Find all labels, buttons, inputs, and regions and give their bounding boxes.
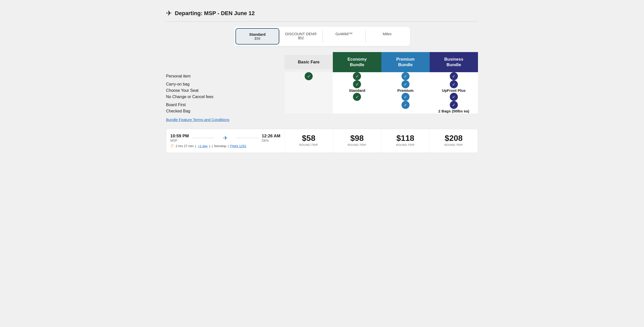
separator: ) xyxy=(209,144,210,148)
feature-checked-bag-label: Checked Bag xyxy=(166,109,285,113)
pipe-2: | xyxy=(228,144,228,148)
feature-carryon-label: Carry-on bag xyxy=(166,80,285,88)
dot-line-left xyxy=(192,138,214,138)
board-first-basic xyxy=(285,101,333,109)
check-icon: ✓ xyxy=(353,72,361,80)
clock-icon: ⏱ xyxy=(170,144,174,148)
checked-bag-business: 2 Bags (50lbs ea) xyxy=(430,109,478,113)
carryon-premium: ✓ xyxy=(381,80,430,88)
checked-bag-business-label: 2 Bags (50lbs ea) xyxy=(438,109,469,113)
check-icon: ✓ xyxy=(401,101,410,109)
feature-board-first-label: Board First xyxy=(166,101,285,109)
flight-number-link[interactable]: Flight 1291 xyxy=(230,144,246,148)
check-icon: ✓ xyxy=(450,72,458,80)
premium-bundle-header: PremiumBundle xyxy=(381,52,430,72)
personal-item-business: ✓ xyxy=(430,72,478,80)
price-business[interactable]: $208 ROUND-TRIP xyxy=(430,129,478,153)
no-change-basic xyxy=(285,93,333,101)
personal-item-premium: ✓ xyxy=(381,72,430,80)
personal-item-economy: ✓ xyxy=(333,72,381,80)
comparison-table: Basic Fare EconomyBundle PremiumBundle B… xyxy=(166,52,478,113)
row-board-first: Board First ✓ ✓ xyxy=(166,101,478,109)
page-container: ✈ Departing: MSP - DEN June 12 Standard … xyxy=(161,0,483,158)
terms-link[interactable]: Bundle Feature Terms and Conditions xyxy=(166,117,229,122)
feature-no-change-label: No Change or Cancel fees xyxy=(166,93,285,101)
page-header: ✈ Departing: MSP - DEN June 12 xyxy=(166,5,478,22)
price-economy-type: ROUND-TRIP xyxy=(336,143,379,146)
row-personal-item: Personal item ✓ ✓ ✓ ✓ xyxy=(166,72,478,80)
price-basic-amount: $58 xyxy=(287,134,330,143)
tab-standard[interactable]: Standard $58 xyxy=(235,28,279,45)
check-icon: ✓ xyxy=(401,80,410,88)
board-first-economy xyxy=(333,101,381,109)
tab-discount-den[interactable]: DISCOUNT DEN® $52 xyxy=(279,28,322,45)
feature-seat-label: Choose Your Seat xyxy=(166,88,285,93)
plus-day: ( xyxy=(195,144,196,148)
tab-discount-den-label: DISCOUNT DEN® xyxy=(282,32,320,36)
carryon-basic xyxy=(285,80,333,88)
tab-miles-label: Miles xyxy=(368,32,406,36)
board-first-business: ✓ xyxy=(430,101,478,109)
price-economy-amount: $98 xyxy=(336,134,379,143)
seat-economy: Standard xyxy=(333,88,381,93)
seat-economy-label: Standard xyxy=(349,88,365,93)
depart-block: 10:59 PM MSP xyxy=(170,134,189,142)
nonstop-text: Nonstop xyxy=(214,144,226,148)
check-icon: ✓ xyxy=(353,93,361,101)
seat-business-label: UpFront Plus xyxy=(442,88,466,93)
price-premium-amount: $118 xyxy=(384,134,427,143)
price-business-type: ROUND-TRIP xyxy=(432,143,475,146)
bundle-header-economy[interactable]: EconomyBundle xyxy=(333,52,381,72)
dot-line-right xyxy=(236,138,259,138)
bundle-header-row: Basic Fare EconomyBundle PremiumBundle B… xyxy=(166,52,478,72)
flight-arrow-line: ✈ xyxy=(192,135,259,141)
bundle-header-business[interactable]: BusinessBundle xyxy=(430,52,478,72)
row-carryon: Carry-on bag ✓ ✓ ✓ xyxy=(166,80,478,88)
carryon-economy: ✓ xyxy=(333,80,381,88)
no-change-premium: ✓ xyxy=(381,93,430,101)
flight-times: 10:59 PM MSP ✈ 12:26 AM DEN xyxy=(170,134,280,142)
price-basic[interactable]: $58 ROUND-TRIP xyxy=(285,129,333,153)
board-first-premium: ✓ xyxy=(381,101,430,109)
economy-bundle-header: EconomyBundle xyxy=(333,52,381,72)
check-icon: ✓ xyxy=(401,72,410,80)
price-premium-type: ROUND-TRIP xyxy=(384,143,427,146)
fare-tabs: Standard $58 DISCOUNT DEN® $52 GoWild!™ … xyxy=(234,27,410,46)
feature-col-header xyxy=(166,52,285,72)
flight-duration: ⏱ 2 hrs 27 min (+1 day) | Nonstop | Flig… xyxy=(170,144,280,148)
tab-standard-label: Standard xyxy=(238,32,276,36)
pricing-footer: 10:59 PM MSP ✈ 12:26 AM DEN ⏱ 2 hrs 27 m… xyxy=(166,129,478,153)
seat-premium: Premium xyxy=(381,88,430,93)
check-icon: ✓ xyxy=(450,101,458,109)
depart-airport: MSP xyxy=(170,139,189,142)
flight-info: 10:59 PM MSP ✈ 12:26 AM DEN ⏱ 2 hrs 27 m… xyxy=(166,129,285,153)
plus-day-link[interactable]: +1 day xyxy=(198,144,208,148)
tab-miles[interactable]: Miles xyxy=(366,28,409,45)
seat-business: UpFront Plus xyxy=(430,88,478,93)
arrive-block: 12:26 AM DEN xyxy=(262,134,280,142)
tab-gowild[interactable]: GoWild!™ xyxy=(323,28,366,45)
check-icon: ✓ xyxy=(450,93,458,101)
check-icon: ✓ xyxy=(401,93,410,101)
business-bundle-header: BusinessBundle xyxy=(430,52,478,72)
price-business-amount: $208 xyxy=(432,134,475,143)
basic-fare-header: Basic Fare xyxy=(285,55,333,69)
seat-premium-label: Premium xyxy=(397,88,414,93)
price-premium[interactable]: $118 ROUND-TRIP xyxy=(381,129,430,153)
price-economy[interactable]: $98 ROUND-TRIP xyxy=(333,129,381,153)
price-basic-type: ROUND-TRIP xyxy=(287,143,330,146)
depart-time: 10:59 PM xyxy=(170,134,189,139)
checked-bag-economy xyxy=(333,109,381,113)
arrive-airport: DEN xyxy=(262,139,280,142)
row-checked-bag: Checked Bag 2 Bags (50lbs ea) xyxy=(166,109,478,113)
checked-bag-basic xyxy=(285,109,333,113)
tab-discount-den-price: $52 xyxy=(282,36,320,40)
carryon-business: ✓ xyxy=(430,80,478,88)
row-no-change: No Change or Cancel fees ✓ ✓ ✓ xyxy=(166,93,478,101)
no-change-economy: ✓ xyxy=(333,93,381,101)
bundle-header-premium[interactable]: PremiumBundle xyxy=(381,52,430,72)
bundle-header-basic[interactable]: Basic Fare xyxy=(285,52,333,72)
personal-item-basic: ✓ xyxy=(285,72,333,80)
plane-icon: ✈ xyxy=(214,135,236,141)
tab-gowild-label: GoWild!™ xyxy=(325,32,363,36)
